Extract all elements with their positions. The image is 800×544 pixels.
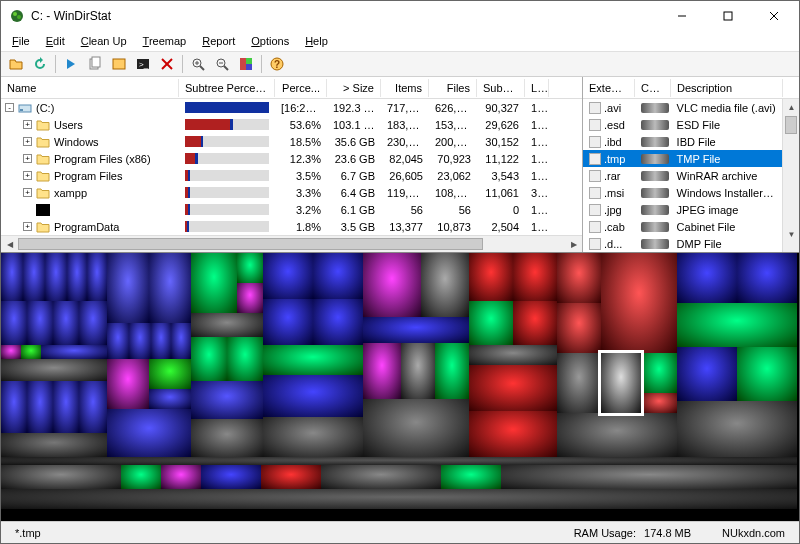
- ext-row[interactable]: .esdESD File: [583, 116, 782, 133]
- treemap-block[interactable]: [1, 301, 27, 345]
- treemap-block[interactable]: [45, 253, 67, 301]
- tree-row[interactable]: +ProgramData1.8%3.5 GB13,37710,8732,5041…: [1, 218, 582, 235]
- treemap-block[interactable]: [261, 465, 321, 489]
- treemap-block[interactable]: [23, 253, 45, 301]
- col-subdirs[interactable]: Subdirs: [477, 79, 525, 97]
- copy-button[interactable]: [84, 53, 106, 75]
- treemap-block[interactable]: [313, 253, 363, 299]
- col-name[interactable]: Name: [1, 79, 179, 97]
- maximize-button[interactable]: [705, 1, 751, 31]
- treemap-block[interactable]: [21, 345, 41, 359]
- treemap-block[interactable]: [557, 253, 601, 303]
- col-la[interactable]: La: [525, 79, 549, 97]
- treemap-block[interactable]: [121, 465, 161, 489]
- extcol-1[interactable]: Col...: [635, 79, 671, 97]
- tree-row[interactable]: +Windows18.5%35.6 GB230,247200,09530,152…: [1, 133, 582, 150]
- treemap-block[interactable]: [27, 381, 53, 433]
- treemap-block[interactable]: [401, 343, 435, 399]
- treemap-block[interactable]: [237, 253, 263, 283]
- ext-row[interactable]: .msiWindows Installer Pack: [583, 184, 782, 201]
- treemap-block[interactable]: [1, 359, 107, 381]
- treemap-block[interactable]: [191, 419, 263, 457]
- tree-row[interactable]: 3.2%6.1 GB5656012: [1, 201, 582, 218]
- treemap-block[interactable]: [1, 457, 797, 465]
- scroll-left-icon[interactable]: ◀: [1, 236, 18, 252]
- treemap-block[interactable]: [601, 253, 677, 353]
- extcol-0[interactable]: Extensi...: [583, 79, 635, 97]
- treemap-block[interactable]: [67, 253, 87, 301]
- scroll-right-icon[interactable]: ▶: [565, 236, 582, 252]
- treemap-block[interactable]: [363, 399, 469, 457]
- expand-icon[interactable]: +: [23, 154, 32, 163]
- treemap-block[interactable]: [263, 253, 313, 299]
- treemap-block[interactable]: [677, 253, 737, 303]
- treemap-block[interactable]: [1, 433, 107, 457]
- treemap-block[interactable]: [363, 317, 469, 343]
- treemap-block[interactable]: [1, 253, 23, 301]
- expand-icon[interactable]: +: [23, 188, 32, 197]
- treemap-block[interactable]: [1, 465, 121, 489]
- treemap-block[interactable]: [87, 253, 107, 301]
- ext-vscrollbar[interactable]: ▲ ▼: [782, 99, 799, 252]
- help-button[interactable]: ?: [266, 53, 288, 75]
- ext-row[interactable]: .jpgJPEG image: [583, 201, 782, 218]
- treemap-block[interactable]: [469, 345, 557, 365]
- treemap-block[interactable]: [469, 301, 513, 345]
- treemap-block[interactable]: [263, 375, 363, 417]
- treemap-block[interactable]: [513, 301, 557, 345]
- expand-icon[interactable]: +: [23, 171, 32, 180]
- tree-row[interactable]: +Program Files (x86)12.3%23.6 GB82,04570…: [1, 150, 582, 167]
- treemap-button[interactable]: [235, 53, 257, 75]
- treemap-block[interactable]: [151, 323, 171, 359]
- treemap-block[interactable]: [513, 253, 557, 301]
- treemap-block[interactable]: [53, 301, 79, 345]
- treemap-block[interactable]: [1, 381, 27, 433]
- col-files[interactable]: Files: [429, 79, 477, 97]
- treemap-block[interactable]: [557, 413, 677, 457]
- tree-row[interactable]: +Program Files3.5%6.7 GB26,60523,0623,54…: [1, 167, 582, 184]
- treemap-block[interactable]: [641, 353, 677, 393]
- treemap-block[interactable]: [191, 253, 237, 313]
- ext-row[interactable]: .rarWinRAR archive: [583, 167, 782, 184]
- treemap-block[interactable]: [469, 253, 513, 301]
- treemap-block[interactable]: [263, 417, 363, 457]
- close-button[interactable]: [751, 1, 797, 31]
- expand-icon[interactable]: -: [5, 103, 14, 112]
- treemap-block[interactable]: [557, 303, 601, 353]
- menu-treemap[interactable]: Treemap: [136, 33, 194, 49]
- treemap-block[interactable]: [191, 337, 227, 381]
- treemap-block[interactable]: [421, 253, 469, 317]
- scroll-down-icon[interactable]: ▼: [783, 226, 799, 243]
- expand-icon[interactable]: +: [23, 137, 32, 146]
- menu-options[interactable]: Options: [244, 33, 296, 49]
- treemap-block[interactable]: [501, 465, 797, 489]
- treemap-block[interactable]: [737, 347, 797, 401]
- tree-hscrollbar[interactable]: ◀ ▶: [1, 235, 582, 252]
- treemap-block[interactable]: [191, 381, 263, 419]
- treemap-block[interactable]: [161, 465, 201, 489]
- treemap[interactable]: [1, 253, 799, 521]
- treemap-block[interactable]: [677, 303, 797, 347]
- treemap-block[interactable]: [1, 489, 797, 509]
- col-subtreepercent[interactable]: Subtree Percent...: [179, 79, 275, 97]
- ext-row[interactable]: .d...DMP File: [583, 235, 782, 252]
- treemap-block[interactable]: [435, 343, 469, 399]
- cmd-button[interactable]: >_: [132, 53, 154, 75]
- zoom-out-button[interactable]: [211, 53, 233, 75]
- menu-clean-up[interactable]: Clean Up: [74, 33, 134, 49]
- treemap-block[interactable]: [1, 345, 21, 359]
- treemap-block[interactable]: [79, 381, 107, 433]
- treemap-block[interactable]: [263, 299, 313, 345]
- treemap-block[interactable]: [191, 313, 263, 337]
- treemap-block[interactable]: [107, 323, 129, 359]
- tree-row[interactable]: +xampp3.3%6.4 GB119,494108,43311,06130: [1, 184, 582, 201]
- treemap-block[interactable]: [107, 253, 149, 323]
- treemap-block[interactable]: [227, 337, 263, 381]
- treemap-block[interactable]: [441, 465, 501, 489]
- open-button[interactable]: [5, 53, 27, 75]
- treemap-block[interactable]: [149, 389, 191, 409]
- refresh-button[interactable]: [29, 53, 51, 75]
- treemap-block[interactable]: [237, 283, 263, 313]
- treemap-block[interactable]: [469, 365, 557, 411]
- treemap-block[interactable]: [313, 299, 363, 345]
